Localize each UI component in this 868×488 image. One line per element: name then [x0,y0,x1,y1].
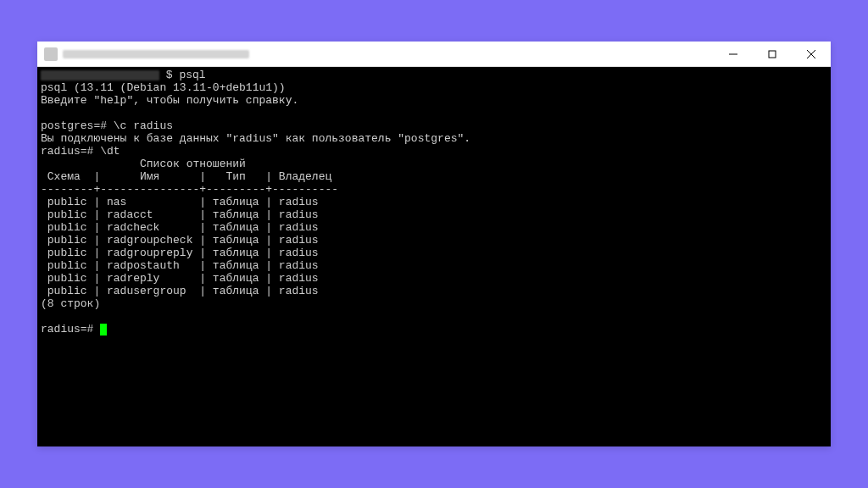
minimize-icon [729,50,737,58]
table-row: public | nas | таблица | radius [41,196,319,208]
terminal[interactable]: $ psql psql (13.11 (Debian 13.11-0+deb11… [37,67,831,446]
minimize-button[interactable] [714,42,753,67]
maximize-button[interactable] [753,42,792,67]
table-row: public | radusergroup | таблица | radius [41,285,319,297]
titlebar[interactable] [37,42,831,67]
table-row: public | radreply | таблица | radius [41,272,319,285]
table-title: Список отношений [41,158,246,170]
maximize-icon [768,50,776,58]
table-row: public | radgroupreply | таблица | radiu… [41,247,319,259]
cursor [100,324,107,336]
table-row: public | radcheck | таблица | radius [41,221,319,234]
close-icon [807,50,815,58]
table-sep: --------+---------------+---------+-----… [41,183,338,196]
cmd-psql: $ psql [166,69,206,81]
app-icon [44,47,58,61]
dt-cmd: radius=# \dt [41,145,120,158]
connect-cmd: postgres=# \c radius [41,119,173,132]
table-row: public | radpostauth | таблица | radius [41,259,319,272]
table-row: public | radgroupcheck | таблица | radiu… [41,234,319,247]
final-prompt: radius=# [41,323,100,336]
hostname-blurred [41,70,159,80]
titlebar-left [37,47,249,61]
help-hint: Введите "help", чтобы получить справку. [41,94,298,107]
connected-msg: Вы подключены к базе данных "radius" как… [41,132,470,145]
window-title-blurred [63,50,249,58]
table-row: public | radacct | таблица | radius [41,208,319,221]
window-frame: $ psql psql (13.11 (Debian 13.11-0+deb11… [37,42,831,446]
table-header: Схема | Имя | Тип | Владелец [41,170,331,183]
psql-version: psql (13.11 (Debian 13.11-0+deb11u1)) [41,81,286,94]
svg-rect-1 [769,51,776,58]
window-controls [714,42,831,66]
close-button[interactable] [792,42,831,67]
row-count: (8 строк) [41,297,100,310]
